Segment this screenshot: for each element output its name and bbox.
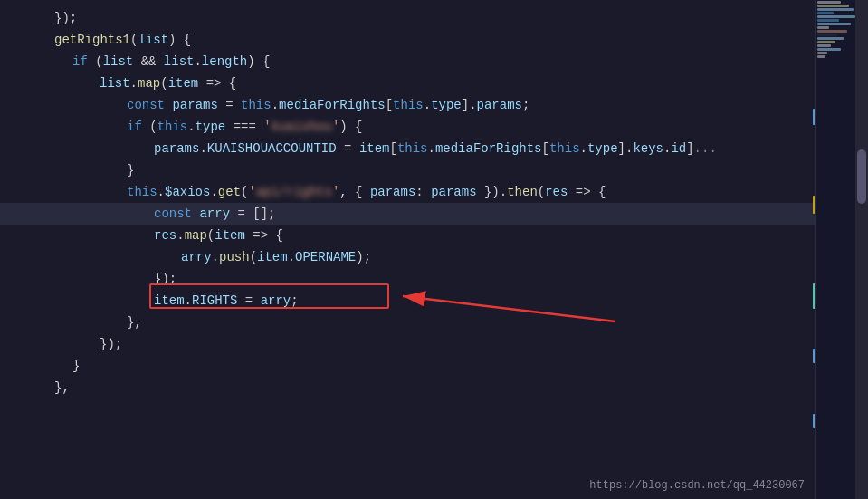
code-text: ) { bbox=[339, 116, 362, 138]
code-text: [ bbox=[542, 138, 549, 159]
code-text: map bbox=[185, 225, 207, 246]
code-text: this bbox=[157, 116, 188, 138]
minimap-line bbox=[817, 5, 849, 7]
code-line: } bbox=[0, 355, 868, 377]
minimap-line bbox=[817, 8, 854, 11]
code-text: ) { bbox=[168, 29, 191, 51]
code-line: res.map(item => { bbox=[0, 225, 868, 246]
code-line bbox=[0, 398, 868, 420]
minimap-line bbox=[817, 1, 841, 4]
code-text: . bbox=[424, 94, 431, 116]
code-text: [ bbox=[389, 138, 396, 159]
code-line: arry.push(item.OPERNAME); bbox=[0, 246, 868, 268]
code-text: keys bbox=[633, 138, 663, 159]
code-text: params bbox=[172, 94, 217, 116]
code-text: ( bbox=[241, 181, 248, 203]
code-text: res bbox=[154, 225, 176, 246]
code-text: list bbox=[164, 51, 195, 72]
code-text: arry bbox=[181, 246, 212, 268]
code-text: 'kuaishou' bbox=[263, 116, 339, 138]
code-line-highlighted: const arry = []; bbox=[0, 203, 868, 225]
code-text: = bbox=[237, 290, 260, 312]
code-line-boxed: item.RIGHTS = arry; bbox=[0, 290, 868, 312]
scrollbar-thumb[interactable] bbox=[857, 149, 866, 204]
code-text: ; bbox=[291, 290, 298, 312]
code-text: ]. bbox=[462, 94, 477, 116]
code-text: item bbox=[257, 246, 288, 268]
code-text: . bbox=[185, 290, 192, 312]
minimap bbox=[815, 0, 855, 499]
code-text: ); bbox=[356, 246, 371, 268]
code-text: . bbox=[212, 246, 219, 268]
code-text: mediaForRights bbox=[435, 138, 542, 159]
code-text: . bbox=[187, 116, 195, 138]
code-text: item bbox=[168, 72, 199, 94]
code-text: type bbox=[587, 138, 618, 159]
code-text: map bbox=[138, 72, 160, 94]
code-text: ( bbox=[207, 225, 215, 246]
code-text: list bbox=[103, 51, 134, 72]
code-text: }, bbox=[127, 312, 142, 333]
code-text: } bbox=[72, 355, 80, 377]
minimap-line bbox=[817, 30, 847, 33]
code-text: ]. bbox=[618, 138, 634, 159]
minimap-line bbox=[817, 19, 839, 22]
code-line: }); bbox=[0, 333, 868, 355]
code-text: . bbox=[288, 246, 295, 268]
minimap-line bbox=[817, 12, 834, 14]
code-text: . bbox=[176, 225, 184, 246]
minimap-line bbox=[817, 23, 851, 25]
code-text: }, bbox=[54, 377, 70, 398]
code-line: params.KUAISHOUACCOUNTID = item[this.med… bbox=[0, 138, 868, 159]
url-text: https://blog.csdn.net/qq_44230067 bbox=[589, 479, 805, 492]
code-text: arry bbox=[199, 203, 230, 225]
code-text: . bbox=[130, 72, 138, 94]
code-text: }); bbox=[54, 7, 77, 29]
code-text: ( bbox=[160, 72, 167, 94]
code-text: }); bbox=[154, 268, 176, 290]
code-text: item bbox=[215, 225, 245, 246]
scrollbar-track[interactable] bbox=[855, 0, 868, 499]
code-line: }, bbox=[0, 312, 868, 333]
code-text: OPERNAME bbox=[295, 246, 356, 268]
code-text: . bbox=[663, 138, 671, 159]
code-line: this.$axios.get('api/rights', { params: … bbox=[0, 181, 868, 203]
code-text: } bbox=[127, 159, 134, 181]
code-text: : bbox=[415, 181, 431, 203]
code-text: if bbox=[127, 116, 149, 138]
code-text: length bbox=[202, 51, 247, 72]
code-text: ( bbox=[538, 181, 545, 203]
code-text: = []; bbox=[230, 203, 275, 225]
code-text: mediaForRights bbox=[279, 94, 386, 116]
code-text: this bbox=[397, 138, 428, 159]
code-line: list.map(item => { bbox=[0, 72, 868, 94]
code-text: item bbox=[359, 138, 390, 159]
code-text: this bbox=[393, 94, 424, 116]
code-text: this bbox=[127, 181, 157, 203]
code-line: const params = this.mediaForRights[this.… bbox=[0, 94, 868, 116]
code-text: item bbox=[154, 290, 185, 312]
code-text: ( bbox=[130, 29, 138, 51]
code-text: ( bbox=[149, 116, 157, 138]
code-line: getRights1(list) { bbox=[0, 29, 868, 51]
minimap-line bbox=[817, 41, 835, 43]
code-line: if (list && list.length) { bbox=[0, 51, 868, 72]
minimap-line bbox=[817, 15, 855, 18]
code-block: }); getRights1(list) { if (list && list.… bbox=[0, 0, 868, 427]
then-keyword: then bbox=[507, 181, 538, 203]
code-text: id bbox=[671, 138, 686, 159]
code-text: RIGHTS bbox=[192, 290, 237, 312]
code-line: }); bbox=[0, 7, 868, 29]
code-text: params bbox=[477, 94, 522, 116]
code-text: = bbox=[337, 138, 359, 159]
code-text: list bbox=[100, 72, 130, 94]
code-text: . bbox=[199, 138, 206, 159]
code-text: type bbox=[196, 116, 226, 138]
minimap-line bbox=[817, 44, 831, 47]
code-text: === bbox=[225, 116, 263, 138]
code-line: }); bbox=[0, 268, 868, 290]
code-text: const bbox=[154, 203, 199, 225]
code-text: ( bbox=[95, 51, 102, 72]
code-text: get bbox=[218, 181, 241, 203]
code-text: res bbox=[545, 181, 568, 203]
